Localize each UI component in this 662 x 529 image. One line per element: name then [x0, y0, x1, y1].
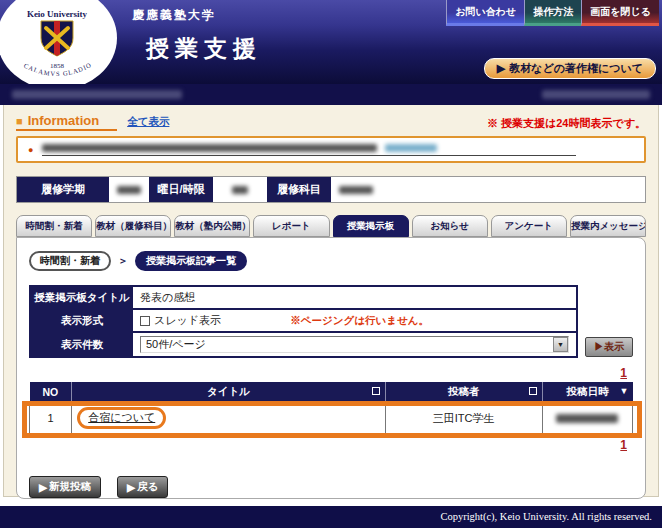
- paging-note: ※ページングは行いません。: [290, 314, 429, 328]
- title-highlight-annotation: 合宿について: [77, 407, 166, 429]
- day-period-label: 曜日/時限: [149, 177, 213, 202]
- pagination-top: 1: [29, 366, 633, 380]
- row-date: [542, 403, 632, 434]
- redacted-notice-link[interactable]: [385, 144, 437, 152]
- redacted-notice-line: [42, 144, 575, 156]
- app-title: 授業支援: [146, 33, 262, 64]
- new-post-button[interactable]: ▶新規投稿: [29, 476, 101, 498]
- tab-report[interactable]: レポート: [253, 215, 329, 237]
- redacted-day-value: [232, 186, 248, 194]
- column-author: 投稿者: [385, 382, 542, 403]
- select-dropdown-icon[interactable]: ▼: [553, 337, 568, 352]
- help-button[interactable]: 操作方法: [524, 0, 581, 26]
- redacted-subject-value: [339, 186, 373, 194]
- back-button[interactable]: ▶戻る: [117, 476, 168, 498]
- arrow-icon: ▶: [39, 481, 47, 493]
- form-row-title: 授業掲示板タイトル 発表の感想: [31, 287, 576, 308]
- form-row-count: 表示件数 50件/ページ ▼: [31, 333, 576, 356]
- breadcrumb: 時間割・新着 ＞ 授業掲示板記事一覧: [29, 251, 633, 271]
- redacted-user-info: [12, 90, 182, 99]
- breadcrumb-separator-icon: ＞: [118, 254, 128, 268]
- arrow-icon: ▶: [497, 62, 505, 75]
- form-row-format: 表示形式 スレッド表示 ※ページングは行いません。: [31, 310, 576, 331]
- university-name: 慶應義塾大学: [132, 7, 262, 24]
- row-number: 1: [30, 403, 72, 434]
- user-bar: [0, 84, 662, 105]
- tab-news[interactable]: お知らせ: [412, 215, 488, 237]
- board-title-value: 発表の感想: [133, 287, 576, 308]
- display-format-label: 表示形式: [31, 310, 133, 331]
- copyright-text: Copyright(c), Keio University. All right…: [440, 511, 652, 522]
- thread-display-checkbox[interactable]: [140, 316, 150, 326]
- board-panel: 時間割・新着 ＞ 授業掲示板記事一覧 授業掲示板タイトル 発表の感想 表示形式 …: [16, 237, 646, 499]
- information-header-row: ■ Information 全て表示 ※ 授業支援は24時間表示です。: [16, 113, 646, 131]
- sort-toggle-icon[interactable]: [372, 387, 380, 395]
- display-button[interactable]: ▶表示: [585, 337, 633, 357]
- post-title-link[interactable]: 合宿について: [88, 411, 155, 423]
- arrow-icon: ▶: [127, 481, 135, 493]
- material-copyright-button[interactable]: ▶ 教材などの著作権について: [484, 58, 656, 79]
- page-link[interactable]: 1: [620, 438, 627, 452]
- material-copyright-label: 教材などの著作権について: [509, 61, 643, 76]
- board-header-row: NO タイトル 投稿者 投稿日時 ▼: [30, 382, 633, 403]
- column-date: 投稿日時 ▼: [542, 382, 632, 403]
- contact-button[interactable]: お問い合わせ: [446, 0, 524, 26]
- subject-label: 履修科目: [267, 177, 331, 202]
- note-24h: ※ 授業支援は24時間表示です。: [487, 116, 646, 131]
- tab-materials-public[interactable]: 教材（塾内公開）: [174, 215, 250, 237]
- subject-value: [331, 177, 645, 202]
- page-size-selected: 50件/ページ: [146, 337, 206, 352]
- sort-desc-icon[interactable]: ▼: [620, 386, 629, 396]
- arrow-icon: ▶: [594, 341, 604, 352]
- page: Keio University 1858 CALAMVS GLADIO FORT…: [0, 0, 662, 529]
- redacted-post-date: [556, 414, 618, 423]
- show-all-link[interactable]: 全て表示: [127, 115, 169, 131]
- header-titles: 慶應義塾大学 授業支援: [132, 7, 262, 64]
- redacted-notice-text: [42, 144, 377, 152]
- app-header: Keio University 1858 CALAMVS GLADIO FORT…: [0, 0, 662, 84]
- action-buttons: ▶新規投稿 ▶戻る: [29, 476, 633, 498]
- board-form-table: 授業掲示板タイトル 発表の感想 表示形式 スレッド表示 ※ページングは行いません…: [29, 285, 578, 358]
- square-bullet-icon: ■: [16, 115, 23, 127]
- board-table-wrap: NO タイトル 投稿者 投稿日時 ▼: [29, 382, 633, 434]
- tab-survey[interactable]: アンケート: [491, 215, 567, 237]
- breadcrumb-parent[interactable]: 時間割・新着: [29, 251, 111, 271]
- board-title-label: 授業掲示板タイトル: [31, 287, 133, 308]
- page-size-select[interactable]: 50件/ページ ▼: [140, 336, 569, 353]
- pagination-bottom: 1: [29, 438, 633, 452]
- svg-text:Keio University: Keio University: [27, 9, 88, 19]
- information-notice-box: ●: [16, 136, 646, 163]
- column-no: NO: [30, 382, 72, 403]
- row-author: 三田ITC学生: [385, 403, 542, 434]
- tab-materials-enrolled[interactable]: 教材（履修科目）: [95, 215, 171, 237]
- term-value: [109, 177, 149, 202]
- display-format-value: スレッド表示 ※ページングは行いません。: [133, 310, 576, 331]
- redacted-term-value: [117, 186, 141, 194]
- keio-university-logo: Keio University 1858 CALAMVS GLADIO FORT…: [0, 0, 120, 84]
- page-link[interactable]: 1: [620, 366, 627, 380]
- tab-class-board[interactable]: 授業掲示板: [333, 215, 409, 237]
- notice-bullet-icon: ●: [28, 145, 33, 155]
- main-content: ■ Information 全て表示 ※ 授業支援は24時間表示です。 ● 履修…: [3, 105, 659, 497]
- row-title-cell: 合宿について: [72, 403, 386, 434]
- svg-text:1858: 1858: [50, 62, 65, 70]
- board-row: 1 合宿について 三田ITC学生: [30, 403, 633, 434]
- breadcrumb-current: 授業掲示板記事一覧: [135, 251, 247, 271]
- tab-class-message[interactable]: 授業内メッセージ: [570, 215, 646, 237]
- top-button-group: お問い合わせ 操作方法 画面を閉じる: [446, 0, 659, 26]
- redacted-datetime: [542, 90, 650, 99]
- display-count-label: 表示件数: [31, 333, 133, 356]
- thread-display-label: スレッド表示: [154, 313, 221, 328]
- close-window-button[interactable]: 画面を閉じる: [581, 0, 659, 26]
- footer: Copyright(c), Keio University. All right…: [0, 506, 662, 528]
- board-table: NO タイトル 投稿者 投稿日時 ▼: [29, 382, 633, 434]
- display-count-value: 50件/ページ ▼: [133, 333, 576, 356]
- tab-timetable[interactable]: 時間割・新着: [16, 215, 92, 237]
- term-label: 履修学期: [17, 177, 109, 202]
- board-filter-form: 授業掲示板タイトル 発表の感想 表示形式 スレッド表示 ※ページングは行いません…: [29, 285, 633, 358]
- tab-bar: 時間割・新着 教材（履修科目） 教材（塾内公開） レポート 授業掲示板 お知らせ…: [16, 215, 646, 237]
- column-title: タイトル: [72, 382, 386, 403]
- day-period-value: [213, 177, 267, 202]
- information-title: ■ Information: [16, 113, 117, 131]
- sort-toggle-icon[interactable]: [529, 387, 537, 395]
